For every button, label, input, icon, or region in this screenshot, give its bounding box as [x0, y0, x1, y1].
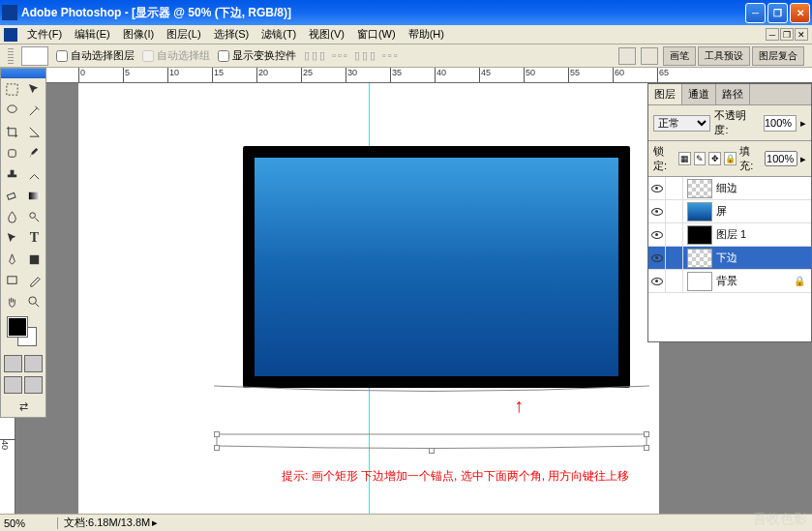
blend-mode-select[interactable]: 正常 — [653, 115, 710, 132]
eye-icon — [651, 185, 663, 192]
pen-tool[interactable] — [1, 249, 23, 270]
visibility-toggle[interactable] — [648, 223, 666, 246]
wand-tool[interactable] — [23, 100, 45, 121]
visibility-toggle[interactable] — [648, 247, 666, 269]
dodge-tool[interactable] — [23, 206, 45, 227]
menu-file[interactable]: 文件(F) — [21, 25, 68, 44]
history-brush-tool[interactable] — [23, 163, 45, 185]
lock-trans-icon[interactable]: ▦ — [678, 152, 691, 165]
blur-tool[interactable] — [1, 206, 23, 227]
brush-tool[interactable] — [23, 142, 45, 163]
path-select-tool[interactable] — [1, 227, 23, 249]
stamp-tool[interactable] — [1, 163, 23, 185]
zoom-level[interactable]: 50% — [0, 517, 58, 529]
lock-paint-icon[interactable]: ✎ — [694, 152, 707, 165]
anchor-tl[interactable] — [214, 431, 220, 437]
anchor-bl[interactable] — [214, 445, 220, 451]
visibility-toggle[interactable] — [648, 177, 666, 199]
toolbox-header[interactable] — [1, 69, 45, 78]
goto-bridge-button[interactable] — [618, 47, 636, 65]
hand-tool[interactable] — [1, 291, 23, 312]
quickmask-mode[interactable] — [24, 355, 43, 372]
tab-channels[interactable]: 通道 — [682, 84, 716, 104]
menu-view[interactable]: 视图(V) — [303, 25, 350, 44]
marquee-tool[interactable] — [1, 78, 23, 100]
opacity-input[interactable] — [764, 115, 797, 132]
anchor-tr[interactable] — [644, 431, 649, 437]
slice-tool[interactable] — [23, 121, 45, 142]
fill-arrow[interactable]: ▸ — [800, 153, 806, 165]
svg-point-5 — [30, 212, 36, 218]
layers-panel: 图层 通道 路径 正常 不透明度: ▸ 锁定: ▦ ✎ ✥ 🔒 填充: ▸ 细边… — [647, 83, 812, 342]
tab-paths[interactable]: 路径 — [716, 84, 750, 104]
link-cell[interactable] — [666, 247, 683, 269]
anchor-bm[interactable] — [429, 448, 435, 454]
link-cell[interactable] — [666, 177, 683, 199]
doc-close[interactable]: ✕ — [795, 28, 808, 41]
maximize-button[interactable]: ❐ — [767, 3, 788, 23]
shape-tool[interactable] — [23, 249, 45, 270]
lock-all-icon[interactable]: 🔒 — [724, 152, 737, 165]
lasso-tool[interactable] — [1, 100, 23, 121]
doc-minimize[interactable]: ─ — [766, 28, 779, 41]
imageready-button[interactable]: ⇄ — [1, 396, 45, 417]
tab-brushes[interactable]: 画笔 — [663, 46, 696, 66]
menu-filter[interactable]: 滤镜(T) — [256, 25, 302, 44]
auto-select-layer-checkbox[interactable]: 自动选择图层 — [56, 48, 135, 63]
canvas[interactable]: ↑ 提示: 画个矩形 下边增加一个锚点, 选中下面两个角, 用方向键往上移 — [78, 83, 659, 514]
menu-layer[interactable]: 图层(L) — [161, 25, 206, 44]
layer-name: 背景 — [716, 274, 737, 288]
layer-row[interactable]: 图层 1 — [648, 223, 811, 247]
layer-row[interactable]: 细边 — [648, 177, 811, 200]
visibility-toggle[interactable] — [648, 270, 666, 292]
menu-edit[interactable]: 编辑(E) — [69, 25, 116, 44]
menu-select[interactable]: 选择(S) — [208, 25, 256, 44]
doc-size[interactable]: 文档:6.18M/13.8M — [58, 516, 150, 530]
layer-thumb — [687, 249, 712, 268]
zoom-tool[interactable] — [23, 291, 45, 312]
auto-select-group-checkbox[interactable]: 自动选择组 — [142, 48, 210, 63]
minimize-button[interactable]: ─ — [745, 3, 766, 23]
doc-icon — [4, 28, 17, 42]
close-button[interactable]: ✕ — [790, 3, 810, 23]
doc-size-arrow[interactable]: ▸ — [152, 516, 158, 529]
layer-row[interactable]: 下边 — [648, 247, 811, 270]
tab-layer-comps[interactable]: 图层复合 — [752, 46, 804, 66]
menu-window[interactable]: 窗口(W) — [351, 25, 402, 44]
doc-restore[interactable]: ❐ — [780, 28, 794, 41]
visibility-toggle[interactable] — [648, 200, 666, 222]
menu-help[interactable]: 帮助(H) — [403, 25, 450, 44]
healing-tool[interactable] — [1, 142, 23, 163]
crop-tool[interactable] — [1, 121, 23, 142]
link-cell[interactable] — [666, 270, 683, 292]
link-cell[interactable] — [666, 223, 683, 246]
opacity-arrow[interactable]: ▸ — [800, 117, 806, 130]
screen-mode-2[interactable] — [24, 376, 43, 394]
show-transform-checkbox[interactable]: 显示变换控件 — [218, 48, 296, 63]
tab-layers[interactable]: 图层 — [648, 84, 682, 104]
rectangle-path[interactable] — [214, 431, 649, 451]
tab-tool-presets[interactable]: 工具预设 — [698, 46, 750, 66]
menu-image[interactable]: 图像(I) — [117, 25, 160, 44]
fill-input[interactable] — [765, 151, 797, 166]
eyedropper-tool[interactable] — [23, 270, 45, 291]
type-tool[interactable]: T — [23, 227, 45, 249]
ruler-horizontal[interactable]: 05101520253035404550556065 — [15, 68, 812, 83]
lock-move-icon[interactable]: ✥ — [708, 152, 721, 165]
foreground-color[interactable] — [8, 317, 27, 337]
eraser-tool[interactable] — [1, 185, 23, 206]
move-tool[interactable] — [23, 78, 45, 100]
layer-row[interactable]: 屏 — [648, 200, 811, 223]
svg-point-1 — [8, 104, 16, 112]
tool-preset-picker[interactable] — [21, 46, 48, 66]
palette-well-button[interactable] — [641, 47, 658, 65]
color-swatches[interactable] — [3, 314, 44, 351]
standard-mode[interactable] — [4, 355, 22, 372]
gradient-tool[interactable] — [23, 185, 45, 206]
anchor-br[interactable] — [644, 445, 649, 451]
notes-tool[interactable] — [1, 270, 23, 291]
screen-mode-1[interactable] — [4, 376, 22, 394]
link-cell[interactable] — [666, 200, 683, 222]
svg-rect-3 — [7, 192, 15, 199]
layer-row[interactable]: 背景🔒 — [648, 270, 811, 293]
